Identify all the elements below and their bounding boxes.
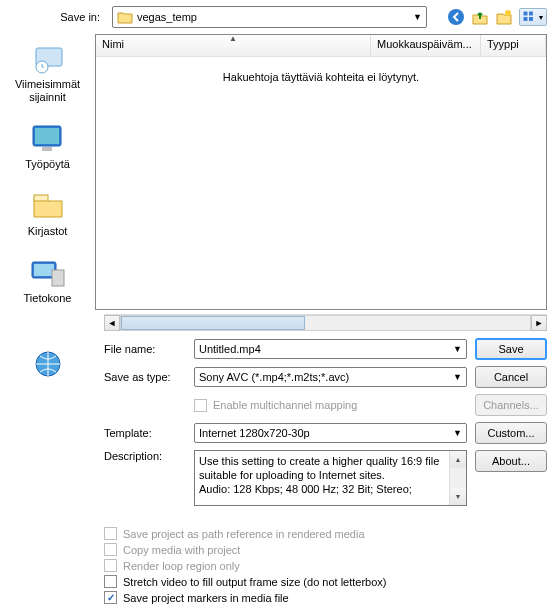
column-name-label: Nimi — [102, 38, 124, 50]
places-desktop[interactable]: Työpöytä — [25, 120, 70, 171]
opt-render-loop-checkbox — [104, 559, 117, 572]
svg-rect-5 — [529, 17, 533, 21]
places-computer[interactable]: Tietokone — [24, 254, 72, 305]
chevron-down-icon: ▼ — [413, 12, 422, 22]
up-one-level-icon[interactable] — [471, 8, 489, 26]
column-headers: Nimi ▲ Muokkauspäiväm... Tyyppi — [96, 35, 546, 57]
template-value: Internet 1280x720-30p — [199, 427, 310, 439]
opt-save-path-ref-label: Save project as path reference in render… — [123, 528, 365, 540]
enable-multichannel-label: Enable multichannel mapping — [213, 399, 357, 411]
save-in-dropdown[interactable]: vegas_temp ▼ — [112, 6, 427, 28]
sort-asc-icon: ▲ — [229, 34, 237, 43]
top-bar: Save in: vegas_temp ▼ ▼ — [0, 0, 555, 34]
file-name-label: File name: — [104, 343, 194, 355]
scroll-up-icon[interactable]: ▲ — [450, 451, 466, 468]
save-as-type-value: Sony AVC (*.mp4;*.m2ts;*.avc) — [199, 371, 349, 383]
save-as-type-label: Save as type: — [104, 371, 194, 383]
places-network[interactable] — [28, 346, 68, 384]
file-name-input[interactable]: Untitled.mp4 ▼ — [194, 339, 467, 359]
chevron-down-icon: ▼ — [453, 428, 462, 438]
places-recent[interactable]: Viimeisimmät sijainnit — [0, 40, 95, 104]
svg-rect-3 — [529, 12, 533, 16]
opt-copy-media-label: Copy media with project — [123, 544, 240, 556]
places-bar: Viimeisimmät sijainnit Työpöytä Kirjasto… — [0, 34, 95, 310]
scroll-right-icon[interactable]: ► — [531, 315, 547, 331]
file-list-body: Hakuehtoja täyttäviä kohteita ei löytyny… — [96, 57, 546, 309]
channels-button: Channels... — [475, 394, 547, 416]
opt-stretch-video-checkbox[interactable] — [104, 575, 117, 588]
new-folder-icon[interactable] — [495, 8, 513, 26]
chevron-down-icon: ▼ — [538, 14, 545, 21]
column-name[interactable]: Nimi ▲ — [96, 35, 371, 56]
opt-save-markers-checkbox[interactable] — [104, 591, 117, 604]
svg-rect-10 — [42, 147, 52, 151]
desktop-icon — [27, 120, 67, 156]
folder-icon — [117, 10, 133, 24]
scroll-left-icon[interactable]: ◄ — [104, 315, 120, 331]
places-libraries-label: Kirjastot — [28, 225, 68, 238]
template-label: Template: — [104, 427, 194, 439]
description-scrollbar[interactable]: ▲ ▼ — [449, 451, 466, 505]
opt-save-path-ref-checkbox — [104, 527, 117, 540]
opt-copy-media-checkbox — [104, 543, 117, 556]
places-desktop-label: Työpöytä — [25, 158, 70, 171]
file-name-value: Untitled.mp4 — [199, 343, 261, 355]
save-in-value: vegas_temp — [137, 11, 197, 23]
svg-point-0 — [448, 9, 464, 25]
custom-button[interactable]: Custom... — [475, 422, 547, 444]
svg-point-1 — [505, 10, 511, 16]
horizontal-scrollbar[interactable]: ◄ ► — [104, 314, 547, 330]
svg-rect-2 — [523, 12, 527, 16]
enable-multichannel-checkbox — [194, 399, 207, 412]
about-button[interactable]: About... — [475, 450, 547, 472]
computer-icon — [28, 254, 68, 290]
form: File name: Untitled.mp4 ▼ Save Save as t… — [0, 330, 555, 506]
column-type[interactable]: Tyyppi — [481, 35, 546, 56]
svg-rect-14 — [52, 270, 64, 286]
column-modified[interactable]: Muokkauspäiväm... — [371, 35, 481, 56]
places-computer-label: Tietokone — [24, 292, 72, 305]
column-type-label: Tyyppi — [487, 38, 519, 50]
scroll-track[interactable] — [120, 315, 531, 331]
chevron-down-icon: ▼ — [453, 344, 462, 354]
description-text: Use this setting to create a higher qual… — [199, 454, 462, 496]
save-as-type-dropdown[interactable]: Sony AVC (*.mp4;*.m2ts;*.avc) ▼ — [194, 367, 467, 387]
back-icon[interactable] — [447, 8, 465, 26]
empty-message: Hakuehtoja täyttäviä kohteita ei löytyny… — [223, 71, 419, 83]
svg-rect-13 — [34, 264, 54, 276]
view-menu-icon[interactable]: ▼ — [519, 8, 547, 26]
template-dropdown[interactable]: Internet 1280x720-30p ▼ — [194, 423, 467, 443]
toolbar: ▼ — [447, 8, 547, 26]
places-recent-label: Viimeisimmät sijainnit — [0, 78, 95, 104]
column-modified-label: Muokkauspäiväm... — [377, 38, 472, 50]
main-area: Viimeisimmät sijainnit Työpöytä Kirjasto… — [0, 34, 555, 310]
scroll-down-icon[interactable]: ▼ — [450, 488, 466, 505]
save-button[interactable]: Save — [475, 338, 547, 360]
description-label: Description: — [104, 450, 194, 462]
chevron-down-icon: ▼ — [453, 372, 462, 382]
cancel-button[interactable]: Cancel — [475, 366, 547, 388]
render-options: Save project as path reference in render… — [0, 512, 555, 606]
places-libraries[interactable]: Kirjastot — [28, 187, 68, 238]
recent-icon — [28, 40, 68, 76]
libraries-icon — [28, 187, 68, 223]
description-box: Use this setting to create a higher qual… — [194, 450, 467, 506]
opt-render-loop-label: Render loop region only — [123, 560, 240, 572]
svg-rect-11 — [34, 195, 48, 201]
save-in-label: Save in: — [52, 11, 100, 23]
file-list: Nimi ▲ Muokkauspäiväm... Tyyppi Hakuehto… — [95, 34, 547, 310]
opt-stretch-video-label: Stretch video to fill output frame size … — [123, 576, 387, 588]
opt-save-markers-label: Save project markers in media file — [123, 592, 289, 604]
svg-rect-9 — [35, 128, 59, 144]
scroll-thumb[interactable] — [121, 316, 305, 330]
svg-rect-4 — [523, 17, 527, 21]
